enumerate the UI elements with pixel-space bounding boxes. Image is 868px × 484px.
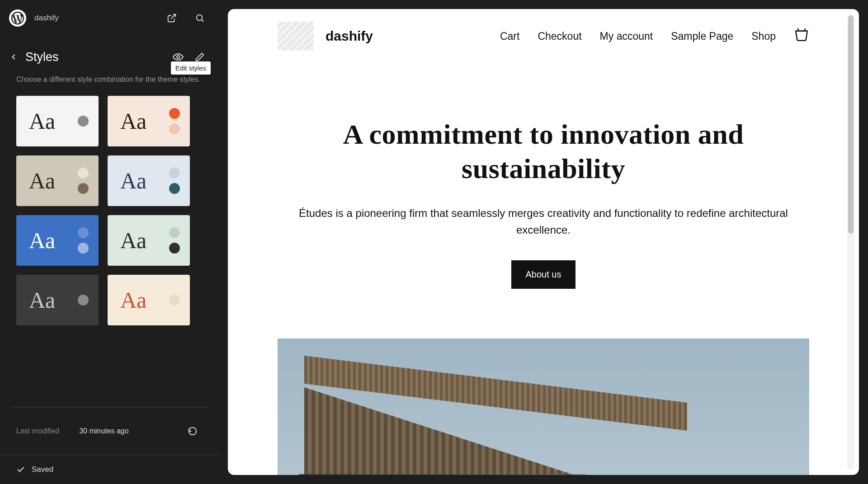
cart-icon[interactable] [794,27,809,45]
swatch-sample-text: Aa [120,108,146,134]
color-dot-icon [78,168,89,179]
preview-scrollbar-thumb[interactable] [848,15,854,234]
swatch-sample-text: Aa [29,108,55,134]
last-modified-value: 30 minutes ago [79,427,128,435]
color-dot-icon [78,243,89,254]
color-dot-icon [169,168,180,179]
saved-label: Saved [32,465,53,474]
color-dot-icon [169,243,180,254]
nav-link[interactable]: Sample Page [671,30,733,42]
color-dot-icon [169,183,180,194]
panel-description: Choose a different style combination for… [0,74,219,96]
style-swatch[interactable]: Aa [108,96,190,146]
swatch-sample-text: Aa [29,287,55,313]
color-dot-icon [169,295,180,305]
style-swatch[interactable]: Aa [16,275,99,325]
color-dot-icon [78,183,89,194]
last-modified-row: Last modified 30 minutes ago [0,408,219,455]
style-swatch-grid: AaAaAaAaAaAaAaAa [0,96,219,325]
color-dot-icon [169,123,180,134]
preview-nav: CartCheckoutMy accountSample PageShop [500,27,809,45]
color-dot-icon [78,295,89,305]
style-swatch[interactable]: Aa [108,275,190,325]
view-site-icon[interactable] [162,8,182,28]
hero-subtitle: Études is a pioneering firm that seamles… [278,205,809,238]
preview-header: dashify CartCheckoutMy accountSample Pag… [278,9,809,63]
nav-link[interactable]: Shop [751,30,776,42]
about-us-button[interactable]: About us [511,260,576,289]
search-icon[interactable] [190,8,210,28]
panel-title-row: Styles Edit styles [0,36,219,74]
nav-link[interactable]: Cart [500,30,519,42]
swatch-sample-text: Aa [120,227,146,254]
swatch-sample-text: Aa [29,168,55,194]
hero-title: A commitment to innovation and sustainab… [278,117,809,186]
sidebar-header: dashify [0,0,219,36]
swatch-sample-text: Aa [120,287,146,313]
preview-site-title[interactable]: dashify [326,28,373,44]
style-swatch[interactable]: Aa [16,96,99,146]
style-swatch[interactable]: Aa [16,155,99,206]
svg-point-1 [197,15,203,21]
back-button[interactable] [4,47,24,67]
tooltip: Edit styles [171,61,211,75]
preview-scrollbar[interactable] [847,14,854,470]
revisions-icon[interactable] [183,421,203,441]
panel-title: Styles [25,50,166,64]
style-swatch[interactable]: Aa [16,215,99,266]
color-dot-icon [169,108,180,119]
style-swatch[interactable]: Aa [108,155,190,206]
editor-sidebar: dashify Styles Edit styles Choose a diff… [0,0,219,484]
swatch-sample-text: Aa [29,227,55,254]
wordpress-logo-icon[interactable] [9,9,26,27]
color-dot-icon [169,227,180,238]
color-dot-icon [78,227,89,238]
style-swatch[interactable]: Aa [108,215,190,266]
color-dot-icon [78,116,89,127]
last-modified-label: Last modified [16,427,59,435]
svg-point-2 [177,56,179,58]
nav-link[interactable]: Checkout [538,30,581,42]
saved-status-bar: Saved [0,455,219,484]
site-logo-placeholder-icon[interactable] [278,22,314,51]
site-name: dashify [34,14,59,23]
nav-link[interactable]: My account [600,30,653,42]
site-preview-frame[interactable]: dashify CartCheckoutMy accountSample Pag… [228,9,859,475]
check-icon [16,465,25,474]
preview-wrap: dashify CartCheckoutMy accountSample Pag… [219,0,868,484]
hero-image [278,338,809,475]
swatch-sample-text: Aa [120,168,146,194]
